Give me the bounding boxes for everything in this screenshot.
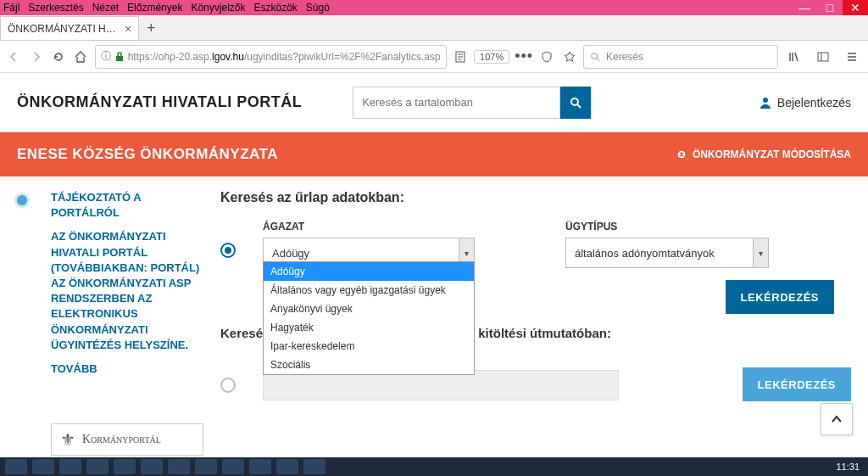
browser-tab[interactable]: ÖNKORMÁNYZATI HIVATALI PORT × [0, 16, 139, 40]
browser-search-placeholder: Keresés [606, 51, 643, 63]
library-icon[interactable] [783, 46, 805, 68]
taskbar-icon[interactable] [168, 459, 190, 474]
agazat-label: ÁGAZAT [263, 221, 548, 232]
taskbar-icon[interactable] [86, 459, 108, 474]
taskbar-icon[interactable] [222, 459, 244, 474]
ugytipus-select[interactable]: általános adónyomtatványok ▾ [565, 238, 769, 268]
dropdown-option[interactable]: Adóügy [264, 262, 474, 281]
dropdown-option[interactable]: Hagyaték [264, 318, 474, 337]
query-button-1-label: LEKÉRDEZÉS [741, 291, 819, 304]
tab-close-icon[interactable]: × [125, 22, 131, 36]
municipality-band: ENESE KÖZSÉG ÖNKORMÁNYZATA ÖNKORMÁNYZAT … [0, 132, 868, 176]
content-search-wrap [353, 87, 591, 119]
maximize-button[interactable]: □ [817, 0, 843, 15]
search-icon [569, 96, 582, 109]
taskbar-icon[interactable] [141, 459, 163, 474]
url-bar[interactable]: ⓘ https://ohp-20.asp.lgov.hu/ugyinditas?… [95, 45, 447, 69]
protection-icon[interactable] [538, 46, 555, 68]
page-header: ÖNKORMÁNYZATI HIVATALI PORTÁL Bejelentke… [0, 73, 868, 132]
ugytipus-value: általános adónyomtatványok [575, 247, 715, 260]
dropdown-option[interactable]: Általános vagy egyéb igazgatási ügyek [264, 281, 474, 300]
radio-urlap-adatok[interactable] [220, 243, 236, 258]
query-button-2[interactable]: LEKÉRDEZÉS [743, 367, 851, 401]
modify-municipality-link[interactable]: ÖNKORMÁNYZAT MÓDOSÍTÁSA [676, 148, 851, 160]
sidebar-body: AZ ÖNKORMÁNYZATI HIVATALI PORTÁL (TOVÁBB… [51, 229, 203, 353]
taskbar-icon[interactable] [195, 459, 217, 474]
window-controls: — □ ✕ [792, 0, 868, 15]
app-menu-icon[interactable] [841, 46, 863, 68]
chevron-down-icon: ▾ [753, 238, 768, 267]
login-label: Bejelentkezés [777, 96, 851, 109]
taskbar-icon[interactable] [249, 459, 271, 474]
new-tab-button[interactable]: + [139, 16, 163, 40]
chevron-up-icon [830, 412, 843, 426]
bookmark-star-icon[interactable] [561, 46, 578, 68]
home-button[interactable] [72, 46, 89, 68]
crest-icon: ⚜ [60, 429, 75, 450]
menu-tools[interactable]: Eszközök [253, 2, 297, 14]
kormanyportal-link[interactable]: ⚜ Kormányportál [51, 423, 203, 456]
dropdown-option[interactable]: Szociális [264, 356, 474, 374]
svg-point-5 [592, 53, 598, 59]
lock-icon [114, 52, 125, 62]
menu-file[interactable]: Fájl [3, 2, 19, 14]
forward-button[interactable] [27, 46, 44, 68]
ugytipus-label: ÜGYTÍPUS [565, 221, 851, 232]
taskbar-clock[interactable]: 11:31 [836, 462, 863, 472]
content-search-button[interactable] [560, 87, 591, 119]
close-button[interactable]: ✕ [843, 0, 868, 15]
taskbar-icon[interactable] [276, 459, 298, 474]
svg-rect-0 [116, 56, 123, 61]
portal-title: ÖNKORMÁNYZATI HIVATALI PORTÁL [17, 93, 302, 111]
taskbar-icon[interactable] [59, 459, 81, 474]
tab-title: ÖNKORMÁNYZATI HIVATALI PORT [8, 23, 118, 35]
content-search-input[interactable] [353, 87, 560, 119]
dropdown-option[interactable]: Ipar-kereskedelem [264, 337, 474, 356]
query-button-1[interactable]: LEKÉRDEZÉS [726, 280, 834, 314]
agazat-dropdown-list: Adóügy Általános vagy egyéb igazgatási ü… [263, 261, 475, 375]
svg-point-17 [763, 98, 768, 103]
main-panel: Keresés az űrlap adatokban: ÁGAZAT Adóüg… [220, 190, 851, 456]
back-button[interactable] [5, 46, 22, 68]
browser-search-box[interactable]: Keresés [583, 45, 778, 69]
url-text: https://ohp-20.asp.lgov.hu/ugyinditas?pi… [128, 51, 441, 63]
radio-ugyleiras[interactable] [220, 378, 236, 393]
sidebar-title[interactable]: TÁJÉKOZTATÓ A PORTÁLRÓL [51, 190, 203, 221]
dropdown-option[interactable]: Anyakönyvi ügyek [264, 300, 474, 318]
firefox-menubar: Fájl Szerkesztés Nézet Előzmények Könyvj… [0, 0, 868, 15]
svg-line-6 [597, 58, 600, 61]
svg-line-9 [795, 53, 798, 61]
taskbar-icon[interactable] [32, 459, 54, 474]
menu-help[interactable]: Súgó [306, 2, 330, 14]
svg-line-16 [577, 104, 581, 108]
sidebar-toggle-icon[interactable] [812, 46, 834, 68]
municipality-name: ENESE KÖZSÉG ÖNKORMÁNYZATA [17, 146, 278, 163]
svg-rect-10 [818, 53, 828, 61]
section1-title: Keresés az űrlap adatokban: [220, 190, 851, 205]
taskbar-icon[interactable] [5, 459, 27, 474]
windows-taskbar: 11:31 [0, 457, 868, 476]
sidebar-bullet-icon [17, 195, 27, 205]
menu-edit[interactable]: Szerkesztés [28, 2, 83, 14]
user-icon [759, 96, 772, 109]
minimize-button[interactable]: — [792, 0, 817, 15]
nav-toolbar: ⓘ https://ohp-20.asp.lgov.hu/ugyinditas?… [0, 41, 868, 73]
refresh-icon [676, 148, 687, 160]
reload-button[interactable] [50, 46, 67, 68]
agazat-value: Adóügy [272, 247, 309, 260]
zoom-level[interactable]: 107% [474, 50, 509, 64]
content-area: TÁJÉKOZTATÓ A PORTÁLRÓL AZ ÖNKORMÁNYZATI… [0, 176, 868, 456]
scroll-to-top-button[interactable] [821, 403, 853, 435]
taskbar-icon[interactable] [114, 459, 136, 474]
menu-bookmarks[interactable]: Könyvjelzők [191, 2, 245, 14]
taskbar-icon[interactable] [303, 459, 326, 474]
info-icon: ⓘ [101, 49, 111, 64]
menu-view[interactable]: Nézet [92, 2, 119, 14]
svg-point-15 [571, 98, 578, 105]
sidebar-more-link[interactable]: TOVÁBB [51, 361, 203, 377]
page-actions-icon[interactable]: ••• [515, 48, 533, 65]
reader-mode-icon[interactable] [452, 46, 469, 68]
menu-history[interactable]: Előzmények [127, 2, 182, 14]
login-link[interactable]: Bejelentkezés [759, 96, 851, 109]
search-icon [589, 51, 601, 63]
